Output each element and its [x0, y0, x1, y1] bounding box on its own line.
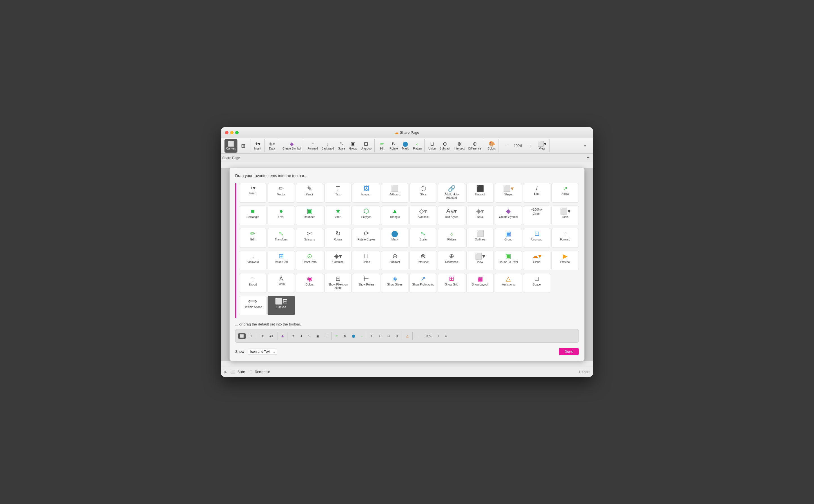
tool-data[interactable]: ◈▾ Data	[467, 206, 494, 225]
tool-combine[interactable]: ◈▾ Combine	[324, 251, 352, 270]
toolbar-scale-btn[interactable]: ⤡ Scale	[336, 139, 347, 153]
tool-arrow[interactable]: ↗ Arrow	[552, 183, 579, 203]
tool-makegrid[interactable]: ⊞ Make Grid	[267, 251, 295, 270]
tool-roundtopixel[interactable]: ▣ Round To Pixel	[495, 251, 522, 270]
tool-text[interactable]: T Text	[324, 183, 352, 203]
tool-showslices[interactable]: ◈ Show Slices	[381, 273, 409, 293]
tool-insert[interactable]: +▾ Insert	[239, 183, 266, 203]
tool-fonts[interactable]: A Fonts	[267, 273, 295, 293]
tool-symbols[interactable]: ◇▾ Symbols	[410, 206, 437, 225]
toolbar-mask-btn[interactable]: ⬤ Mask	[400, 139, 411, 153]
toolbar-flatten-btn[interactable]: ⬦ Flatten	[411, 139, 423, 153]
toolbar-pages-btn[interactable]: ⊞	[238, 139, 249, 153]
tool-transform[interactable]: ⤡ Transform	[267, 228, 295, 248]
tool-oval[interactable]: ● Oval	[267, 206, 295, 225]
toolbar-data-group: ◈▾ Data	[265, 139, 279, 152]
tool-rounded[interactable]: ▣ Rounded	[296, 206, 323, 225]
tool-space[interactable]: □ Space	[523, 273, 550, 293]
show-select-wrapper[interactable]: Icon and Text Icon Only Text Only	[248, 349, 277, 355]
toolbar-forward-btn[interactable]: ↑ Forward	[306, 139, 320, 153]
tool-export[interactable]: ↑ Export	[239, 273, 266, 293]
toolbar-backward-btn[interactable]: ↓ Backward	[320, 139, 336, 153]
tool-tools[interactable]: ⬜▾ Tools	[552, 206, 579, 225]
tool-forward[interactable]: ↑ Forward	[552, 228, 579, 248]
tool-addlink[interactable]: 🔗 Add Link to Artboard	[438, 183, 465, 203]
tool-rectangle[interactable]: ■ Rectangle	[239, 206, 266, 225]
tool-assistants[interactable]: △ Assistants	[495, 273, 522, 293]
tool-textstyles[interactable]: Aa▾ Text Styles	[438, 206, 465, 225]
tool-cloud[interactable]: ☁▾ Cloud	[523, 251, 550, 270]
colors-label: Colors	[488, 147, 496, 150]
tool-flexiblespace[interactable]: ⟺ Flexible Space	[239, 296, 266, 315]
toolbar-union-btn[interactable]: ⊔ Union	[427, 139, 438, 153]
tool-showlayout[interactable]: ▦ Show Layout	[467, 273, 494, 293]
tool-showlayout-label: Show Layout	[472, 283, 488, 286]
tool-colors[interactable]: ◉ Colors	[296, 273, 323, 293]
maximize-button[interactable]	[235, 131, 238, 134]
toolbar-zoomout-btn[interactable]: −	[501, 139, 512, 153]
tool-createsymbol[interactable]: ◆ Create Symbol	[495, 206, 522, 225]
tool-showrulers[interactable]: ⊢ Show Rulers	[352, 273, 380, 293]
tool-offsetpath[interactable]: ⊙ Offset Path	[296, 251, 323, 270]
done-button[interactable]: Done	[559, 348, 579, 355]
tool-rotate[interactable]: ↻ Rotate	[324, 228, 352, 248]
tool-intersect[interactable]: ⊗ Intersect	[410, 251, 437, 270]
toolbar-edit-btn[interactable]: ✏ Edit	[376, 139, 387, 153]
toolbar-zoomlevel-btn[interactable]: 100%	[512, 139, 524, 153]
preview-zoomout-btn: −	[414, 333, 421, 338]
toolbar-more-btn[interactable]: ››	[579, 139, 591, 153]
tool-preview[interactable]: ▶ Preview	[552, 251, 579, 270]
tool-pencil-icon: ✎	[307, 186, 312, 192]
tool-preview-label: Preview	[560, 260, 570, 264]
tool-hotspot-icon: ⬛	[476, 186, 484, 192]
toolbar-insert-btn[interactable]: +▾ Insert	[252, 139, 263, 153]
show-select[interactable]: Icon and Text Icon Only Text Only	[248, 349, 277, 355]
tool-star[interactable]: ★ Star	[324, 206, 352, 225]
tool-outlines[interactable]: ⬜ Outlines	[467, 228, 494, 248]
tool-rotatecopies[interactable]: ⟳ Rotate Copies	[352, 228, 380, 248]
minimize-button[interactable]	[230, 131, 233, 134]
close-button[interactable]	[225, 131, 228, 134]
tool-line[interactable]: / Line	[523, 183, 550, 203]
tool-edit[interactable]: ✏ Edit	[239, 228, 266, 248]
tool-triangle[interactable]: ▲ Triangle	[381, 206, 409, 225]
tool-shape[interactable]: ⬜▾ Shape	[495, 183, 522, 203]
tool-scissors[interactable]: ✂ Scissors	[296, 228, 323, 248]
tool-hotspot[interactable]: ⬛ Hotspot	[467, 183, 494, 203]
tool-subtract[interactable]: ⊖ Subtract	[381, 251, 409, 270]
toolbar-colors-btn[interactable]: 🎨 Colors	[486, 139, 498, 153]
subtitle-plus-btn[interactable]: +	[584, 155, 592, 161]
tool-slice[interactable]: ⬡ Slice	[410, 183, 437, 203]
tool-space-icon: □	[535, 276, 539, 282]
tool-image[interactable]: 🖼 Image...	[352, 183, 380, 203]
tool-showgrid[interactable]: ⊞ Show Grid	[438, 273, 465, 293]
tool-view[interactable]: ⬜▾ View	[467, 251, 494, 270]
tool-union[interactable]: ⊔ Union	[352, 251, 380, 270]
tool-group[interactable]: ▣ Group	[495, 228, 522, 248]
tool-artboard[interactable]: ⬜ Artboard	[381, 183, 409, 203]
toolbar-intersect-btn[interactable]: ⊗ Intersect	[452, 139, 466, 153]
tool-canvas[interactable]: ⬜⊞ Canvas	[267, 296, 295, 315]
toolbar-createsymbol-btn[interactable]: ◆ Create Symbol	[281, 139, 303, 153]
toolbar-difference-btn[interactable]: ⊕ Difference	[467, 139, 483, 153]
toolbar-group-btn[interactable]: ▣ Group	[347, 139, 359, 153]
toolbar-data-btn[interactable]: ◈▾ Data	[266, 139, 278, 153]
toolbar-view-btn[interactable]: ⬜▾ View	[536, 139, 548, 153]
tool-ungroup[interactable]: ⊡ Ungroup	[523, 228, 550, 248]
toolbar-canvas-btn[interactable]: ⬜ Canvas	[224, 139, 237, 153]
tool-backward[interactable]: ↓ Backward	[239, 251, 266, 270]
tool-showpixels[interactable]: ⊞ Show Pixels on Zoom	[324, 273, 352, 293]
tool-pencil[interactable]: ✎ Pencil	[296, 183, 323, 203]
toolbar-rotate-btn[interactable]: ↻ Rotate	[388, 139, 399, 153]
toolbar-zoomin-btn[interactable]: +	[525, 139, 536, 153]
toolbar-ungroup-btn[interactable]: ⊡ Ungroup	[359, 139, 373, 153]
tool-scale[interactable]: ⤡ Scale	[410, 228, 437, 248]
tool-difference[interactable]: ⊕ Difference	[438, 251, 465, 270]
tool-flatten[interactable]: ⬦ Flatten	[438, 228, 465, 248]
tool-vector[interactable]: ✏ Vector	[267, 183, 295, 203]
tool-mask[interactable]: ⬤ Mask	[381, 228, 409, 248]
tool-showprototyping[interactable]: ↗ Show Prototyping	[410, 273, 437, 293]
toolbar-subtract-btn[interactable]: ⊖ Subtract	[438, 139, 452, 153]
tool-zoom[interactable]: −100%+ Zoom	[523, 206, 550, 225]
tool-polygon[interactable]: ⬡ Polygon	[352, 206, 380, 225]
